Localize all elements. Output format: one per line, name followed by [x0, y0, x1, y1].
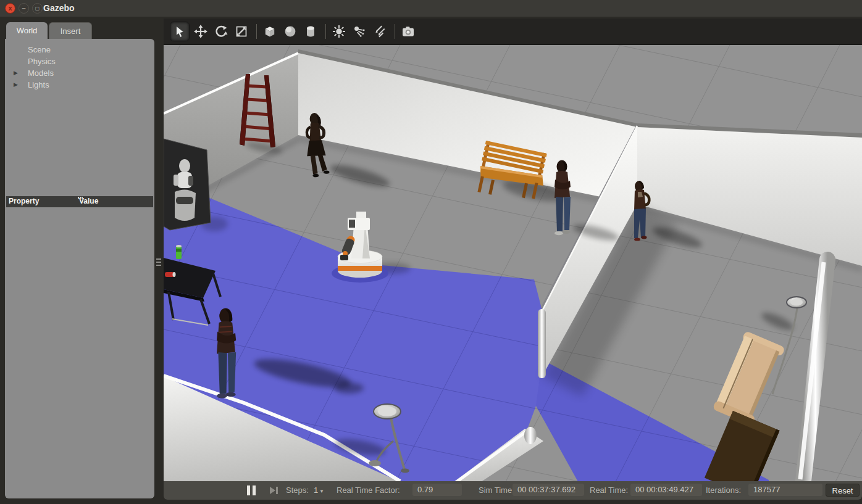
- tree-item-label: Models: [28, 68, 54, 78]
- step-button[interactable]: [269, 485, 280, 495]
- directional-light-icon[interactable]: [370, 22, 389, 41]
- rotate-tool-icon[interactable]: [212, 22, 230, 41]
- translate-tool-icon[interactable]: [191, 22, 210, 41]
- column-resize-grip[interactable]: [78, 197, 85, 199]
- pause-button[interactable]: [247, 485, 257, 495]
- iterations-label: Iterations:: [706, 485, 741, 495]
- steps-label: Steps:: [286, 485, 309, 495]
- tab-insert[interactable]: Insert: [49, 22, 92, 39]
- steps-spinner-icon[interactable]: ▼: [319, 489, 324, 494]
- steps-value[interactable]: 1: [314, 485, 318, 495]
- red-can[interactable]: [165, 272, 176, 277]
- point-light-icon[interactable]: [330, 22, 348, 41]
- toolbar-separator: [256, 24, 257, 39]
- maximize-button[interactable]: ▢: [32, 3, 43, 14]
- minimize-button[interactable]: –: [19, 3, 29, 14]
- panel-splitter-handle[interactable]: [156, 253, 161, 271]
- toolbar-separator: [325, 24, 326, 39]
- real-time-label: Real Time:: [590, 485, 628, 495]
- tree-item-physics[interactable]: Physics: [5, 56, 154, 67]
- tree-item-label: Physics: [28, 57, 56, 66]
- world-panel: ScenePhysics▶Models▶Lights Property Valu…: [5, 39, 154, 498]
- cylinder-shape-icon[interactable]: [301, 22, 320, 41]
- tree-item-label: Lights: [28, 80, 49, 89]
- tree-item-lights[interactable]: ▶Lights: [5, 79, 154, 91]
- tab-world[interactable]: World: [6, 22, 48, 39]
- close-button[interactable]: x: [5, 3, 15, 14]
- toolbar-separator: [395, 24, 395, 39]
- gazebo-toolbar: [164, 19, 862, 44]
- tree-item-scene[interactable]: Scene: [5, 44, 154, 56]
- sim-time-label: Sim Time:: [479, 485, 514, 495]
- property-table-header: Property Value: [6, 196, 153, 207]
- sim-time-value: 00 00:37:37.692: [513, 484, 584, 496]
- select-tool-icon[interactable]: [170, 22, 190, 41]
- tree-item-label: Scene: [28, 45, 51, 54]
- scale-tool-icon[interactable]: [232, 22, 251, 41]
- reset-button[interactable]: Reset: [826, 484, 860, 497]
- rtf-label: Real Time Factor:: [337, 485, 400, 495]
- real-time-value: 00 00:03:49.427: [630, 484, 702, 496]
- viewport-3d[interactable]: [164, 44, 862, 482]
- window-title: Gazebo: [43, 3, 75, 13]
- iterations-value: 187577: [748, 484, 822, 496]
- box-shape-icon[interactable]: [261, 22, 279, 41]
- property-column-header: Property: [9, 197, 39, 205]
- tree-item-models[interactable]: ▶Models: [5, 67, 154, 79]
- sphere-shape-icon[interactable]: [281, 22, 299, 41]
- screenshot-icon[interactable]: [399, 22, 417, 41]
- expand-arrow-icon[interactable]: ▶: [14, 79, 18, 91]
- world-tree: ScenePhysics▶Models▶Lights: [5, 44, 154, 91]
- expand-arrow-icon[interactable]: ▶: [14, 67, 18, 79]
- spot-light-icon[interactable]: [350, 22, 369, 41]
- green-can[interactable]: [176, 245, 182, 259]
- scene-canvas[interactable]: [164, 45, 862, 482]
- rtf-value: 0.79: [412, 484, 462, 496]
- render-window: Steps: 1 ▼ Real Time Factor: 0.79 Sim Ti…: [164, 19, 862, 500]
- title-bar: x – ▢ Gazebo: [0, 0, 862, 17]
- simulation-playbar: Steps: 1 ▼ Real Time Factor: 0.79 Sim Ti…: [164, 481, 862, 500]
